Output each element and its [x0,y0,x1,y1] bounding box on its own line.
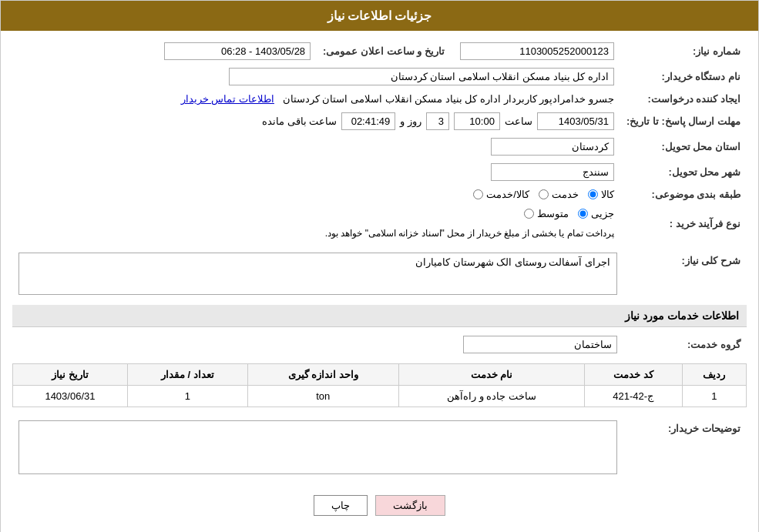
mohlat-countdown: 02:41:49 [341,112,395,130]
tarikh-value: 1403/05/28 - 06:28 [164,42,311,60]
tabaghebandi-group: کالا/خدمت خدمت کالا [18,189,614,200]
cell-tarikh: 1403/06/31 [13,386,128,407]
cell-namKhadamat: ساخت جاده و راه‌آهن [398,386,584,407]
ijad-link[interactable]: اطلاعات تماس خریدار [181,93,274,105]
radio-motavaset-label: متوسط [537,208,569,219]
mohlat-day: 3 [426,112,449,130]
cell-tedad: 1 [127,386,247,407]
radio-kala-khadamat-input[interactable] [473,189,483,199]
col-kod: کد خدمت [584,364,682,386]
ijad-value: جسرو خدامرادپور کاربردار اداره کل بنیاد … [283,93,614,105]
col-tedad: تعداد / مقدار [127,364,247,386]
radio-motavaset[interactable]: متوسط [524,208,569,219]
col-vahed: واحد اندازه گیری [247,364,398,386]
radio-kala-khadamat-label: کالا/خدمت [486,189,529,200]
tozihat-label: توضیحات خریدار: [623,417,747,478]
remaining-label: ساعت باقی مانده [262,115,337,127]
table-row: 1ج-42-421ساخت جاده و راه‌آهنton11403/06/… [13,386,747,407]
tabaghebandi-label: طبقه بندی موضوعی: [620,185,747,204]
noe-farayand-group: متوسط جزیی [524,208,614,219]
radio-jozii-input[interactable] [578,209,588,219]
shahr-label: شهر محل تحویل: [620,159,747,185]
radio-khadamat-label: خدمت [552,189,579,200]
col-radif: ردیف [682,364,746,386]
nam-dastgah-value: اداره کل بنیاد مسکن انقلاب اسلامی استان … [229,68,614,85]
radio-jozii-label: جزیی [591,208,614,219]
noe-farayand-label: نوع فرآیند خرید : [620,204,747,243]
back-button[interactable]: بازگشت [375,495,445,516]
ostan-value: کردستان [491,138,614,156]
radio-khadamat[interactable]: خدمت [539,189,579,200]
noe-farayand-note: پرداخت تمام یا بخشی از مبلغ خریدار از مح… [325,228,614,239]
mohlat-label: مهلت ارسال پاسخ: تا تاریخ: [620,109,747,134]
services-table: ردیف کد خدمت نام خدمت واحد اندازه گیری ت… [12,363,747,407]
page-title: جزئیات اطلاعات نیاز [327,9,432,22]
mohlat-time: 10:00 [454,112,500,130]
sharh-label: شرح کلی نیاز: [623,249,747,299]
radio-khadamat-input[interactable] [539,189,549,199]
ostan-label: استان محل تحویل: [620,134,747,159]
sharh-value: اجرای آسفالت روستای الک شهرستان کامیاران [18,253,617,295]
button-area: بازگشت چاپ [12,484,747,527]
goroh-label: گروه خدمت: [623,332,747,357]
shomare-niaz-value: 1103005252000123 [460,42,614,60]
radio-kala-input[interactable] [588,189,598,199]
radio-kala-khadamat[interactable]: کالا/خدمت [473,189,529,200]
khadamat-section-title: اطلاعات خدمات مورد نیاز [12,305,747,327]
shomare-niaz-label: شماره نیاز: [620,38,747,64]
saat-label: ساعت [505,115,532,127]
mohlat-date: 1403/05/31 [537,112,614,130]
page-header: جزئیات اطلاعات نیاز [1,1,758,31]
print-button[interactable]: چاپ [314,495,368,516]
cell-radif: 1 [682,386,746,407]
ijad-label: ایجاد کننده درخواست: [620,89,747,109]
radio-kala-label: کالا [601,189,614,200]
shahr-value: سنندج [491,163,614,181]
col-tarikh: تاریخ نیاز [13,364,128,386]
rozo-label: روز و [400,115,421,127]
tarikh-label: تاریخ و ساعت اعلان عمومی: [317,38,451,64]
nam-dastgah-label: نام دستگاه خریدار: [620,64,747,89]
radio-jozii[interactable]: جزیی [578,208,614,219]
tozihat-textarea[interactable] [18,420,617,474]
col-nam: نام خدمت [398,364,584,386]
cell-vahed: ton [247,386,398,407]
radio-kala[interactable]: کالا [588,189,614,200]
cell-kodKhadamat: ج-42-421 [584,386,682,407]
radio-motavaset-input[interactable] [524,209,534,219]
goroh-value: ساختمان [463,336,617,353]
